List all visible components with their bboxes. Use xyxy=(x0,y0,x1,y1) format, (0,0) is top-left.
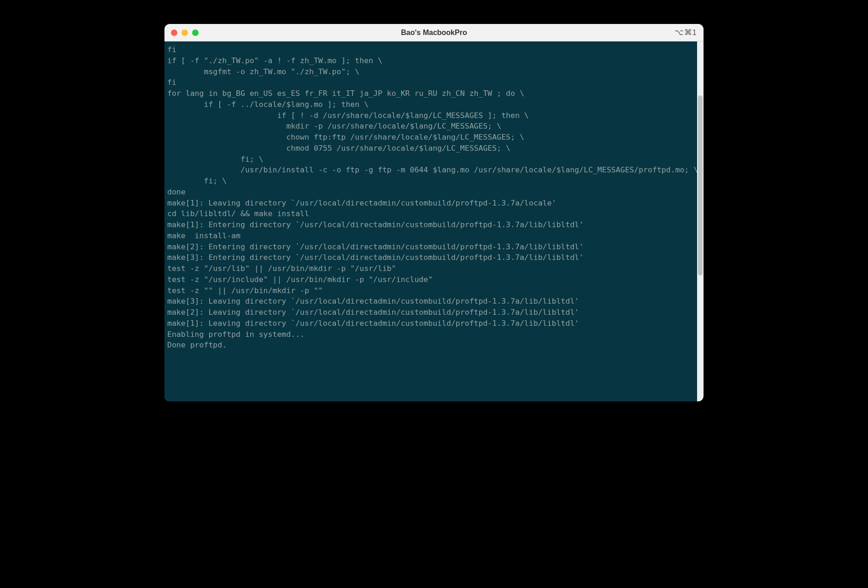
terminal-window: Bao's MacbookPro ⌥⌘1 fi if [ -f "./zh_TW… xyxy=(164,24,704,401)
window-title: Bao's MacbookPro xyxy=(164,29,704,37)
scrollbar-track[interactable] xyxy=(697,41,704,401)
minimize-button[interactable] xyxy=(182,29,188,36)
keyboard-shortcut: ⌥⌘1 xyxy=(674,28,697,37)
terminal-output[interactable]: fi if [ -f "./zh_TW.po" -a ! -f zh_TW.mo… xyxy=(164,41,697,401)
terminal-body-wrap: fi if [ -f "./zh_TW.po" -a ! -f zh_TW.mo… xyxy=(164,41,704,401)
titlebar[interactable]: Bao's MacbookPro ⌥⌘1 xyxy=(164,24,704,41)
scrollbar-thumb[interactable] xyxy=(698,95,703,276)
traffic-lights xyxy=(171,29,199,36)
maximize-button[interactable] xyxy=(192,29,199,36)
close-button[interactable] xyxy=(171,29,177,36)
